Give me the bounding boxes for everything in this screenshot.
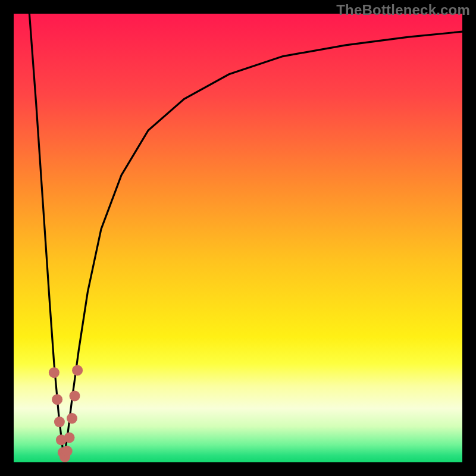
data-dot xyxy=(70,390,80,401)
watermark-text: TheBottleneck.com xyxy=(336,2,470,18)
data-dot xyxy=(54,416,65,427)
data-dot xyxy=(52,394,62,405)
curve-left-branch xyxy=(29,14,64,458)
data-dot xyxy=(49,367,60,378)
curve-right-branch xyxy=(64,32,462,458)
data-dot xyxy=(67,413,77,424)
data-dot xyxy=(72,365,83,375)
curve-layer xyxy=(14,14,462,462)
data-dot xyxy=(64,433,75,443)
data-dot xyxy=(62,446,73,456)
data-dots xyxy=(49,365,83,462)
plot-area xyxy=(14,14,462,462)
chart-frame: TheBottleneck.com xyxy=(0,0,476,476)
